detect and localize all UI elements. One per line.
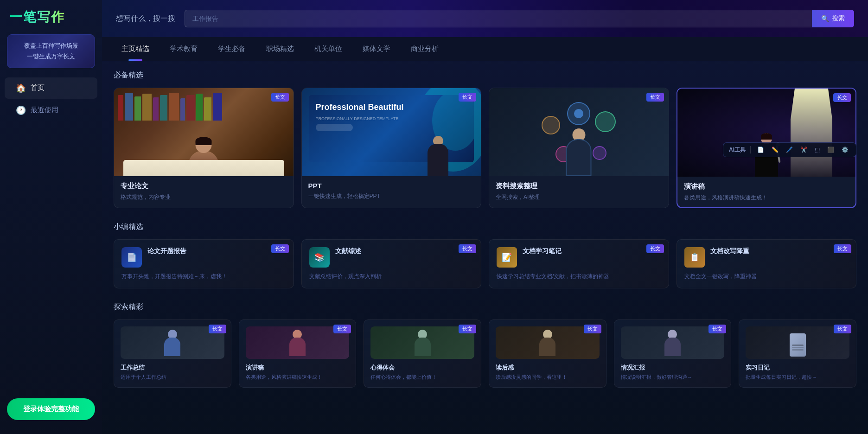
literature-title: 文献综述 (335, 247, 361, 255)
clock-icon: 🕐 (16, 105, 26, 115)
tab-media-label: 媒体文学 (363, 45, 390, 52)
sidebar-item-home[interactable]: 🏠 首页 (5, 77, 97, 99)
card-experience[interactable]: 长文 心得体会 任何心得体会，都能上价值！ (364, 319, 481, 388)
card-internship[interactable]: 长文 实习日记 批量生成每日实习日记，超快～ (739, 319, 856, 388)
ppt-body: PPT 一键快速生成，轻松搞定PPT (302, 176, 481, 206)
thesis-tag: 长文 (271, 93, 289, 102)
card-speech-image (677, 89, 856, 177)
sidebar: 一笔写作 覆盖上百种写作场景 一键生成万字长文 🏠 首页 🕐 最近使用 登录体验… (0, 0, 102, 434)
tab-gov[interactable]: 机关单位 (304, 37, 352, 61)
reading-desc: 读后感没灵感的同学，看这里！ (496, 374, 600, 381)
logo-text: 一笔写作 (9, 8, 65, 26)
explore-section-title: 探索精彩 (114, 302, 856, 312)
tab-media[interactable]: 媒体文学 (352, 37, 401, 61)
ai-tool-doc[interactable]: 📄 (755, 146, 766, 154)
report-tag: 长文 (708, 325, 726, 333)
research-desc: 全网搜索，AI整理 (496, 193, 662, 201)
sidebar-item-recent[interactable]: 🕐 最近使用 (5, 100, 97, 121)
card-ppt[interactable]: Professional Beautiful PROFESSIONALLY DE… (301, 88, 482, 208)
ai-tool-cut[interactable]: ✂️ (798, 146, 809, 154)
divider (750, 146, 751, 153)
literature-tag: 长文 (459, 244, 476, 253)
opening-report-tag: 长文 (271, 244, 289, 253)
ai-tool-settings[interactable]: ⚙️ (840, 146, 850, 154)
card-thesis[interactable]: 长文 专业论文 格式规范，内容专业 (114, 88, 294, 208)
tab-home-label: 主页精选 (121, 45, 149, 52)
tab-workplace[interactable]: 职场精选 (256, 37, 304, 61)
top-bar: 想写什么，搜一搜 🔍 搜索 (102, 0, 868, 37)
search-prompt: 想写什么，搜一搜 (116, 14, 175, 24)
literature-header: 📚 文献综述 (309, 247, 474, 268)
editor-grid: 长文 📄 论文开题报告 万事开头难，开题报告特别难～来，虐我！ 长文 📚 (114, 239, 856, 288)
ppt-tag: 长文 (459, 93, 476, 102)
ai-tool-pen[interactable]: 🖊️ (784, 146, 795, 154)
tab-academic-label: 学术教育 (170, 45, 198, 52)
ai-tools-label: AI工具 (729, 146, 746, 154)
search-input[interactable] (185, 10, 812, 27)
speech2-desc: 各类用途，风格演讲稿快速生成！ (246, 374, 350, 381)
experience-tag: 长文 (459, 325, 476, 333)
ai-tool-edit[interactable]: ✏️ (770, 146, 780, 154)
thesis-body: 专业论文 格式规范，内容专业 (114, 176, 294, 207)
tab-business-label: 商业分析 (411, 45, 439, 52)
tab-student-label: 学生必备 (218, 45, 246, 52)
study-notes-header: 📝 文档学习笔记 (497, 247, 661, 268)
card-speech2[interactable]: 长文 演讲稿 各类用途，风格演讲稿快速生成！ (239, 319, 357, 388)
sidebar-banner: 覆盖上百种写作场景 一键生成万字长文 (7, 34, 95, 68)
ai-tools-bar: AI工具 📄 ✏️ 🖊️ ✂️ ⬚ ⬛ ⚙️ (723, 142, 856, 157)
sidebar-item-recent-label: 最近使用 (31, 106, 58, 115)
rewrite-title: 文档改写降重 (710, 247, 749, 255)
study-notes-tag: 长文 (646, 244, 664, 253)
tab-home[interactable]: 主页精选 (111, 37, 160, 61)
card-reading[interactable]: 长文 读后感 读后感没灵感的同学，看这里！ (489, 319, 606, 388)
nav-tabs: 主页精选 学术教育 学生必备 职场精选 机关单位 媒体文学 商业分析 (102, 37, 868, 61)
editor-section-title: 小编精选 (114, 222, 856, 232)
speech-tag: 长文 (833, 93, 851, 102)
study-notes-desc: 快速学习总结专业文档/文献，把书读薄的神器 (497, 272, 661, 281)
card-thesis-image (114, 88, 294, 176)
speech2-title: 演讲稿 (246, 364, 350, 372)
banner-line1: 覆盖上百种写作场景 (14, 40, 88, 51)
speech-title: 演讲稿 (684, 182, 849, 191)
card-ppt-image: Professional Beautiful PROFESSIONALLY DE… (302, 88, 481, 176)
search-button[interactable]: 🔍 搜索 (812, 10, 854, 27)
speech2-tag: 长文 (333, 325, 351, 333)
report-desc: 情况说明汇报，做好管理沟通～ (621, 374, 725, 381)
banner-line2: 一键生成万字长文 (14, 51, 88, 62)
card-research[interactable]: 长文 资料搜索整理 全网搜索，AI整理 (489, 88, 669, 208)
clipboard-icon: 📋 (689, 252, 700, 262)
opening-report-icon: 📄 (121, 247, 142, 268)
reading-tag: 长文 (584, 325, 601, 333)
paper-icon: 📄 (127, 252, 137, 262)
card-literature[interactable]: 长文 📚 文献综述 文献总结评价，观点深入剖析 (301, 239, 482, 288)
work-summary-desc: 适用于个人工作总结 (121, 374, 224, 381)
card-rewrite[interactable]: 长文 📋 文档改写降重 文档全文一键改写，降重神器 (677, 239, 857, 288)
opening-report-header: 📄 论文开题报告 (121, 247, 286, 268)
card-study-notes[interactable]: 长文 📝 文档学习笔记 快速学习总结专业文档/文献，把书读薄的神器 (489, 239, 669, 288)
tab-business[interactable]: 商业分析 (401, 37, 449, 61)
sidebar-bottom: 登录体验完整功能 (0, 398, 102, 420)
study-notes-title: 文档学习笔记 (523, 247, 562, 255)
research-tag: 长文 (646, 93, 664, 102)
tab-gov-label: 机关单位 (314, 45, 342, 52)
opening-report-desc: 万事开头难，开题报告特别难～来，虐我！ (121, 272, 286, 281)
book-icon: 📚 (314, 252, 325, 262)
tab-workplace-label: 职场精选 (266, 45, 294, 52)
sidebar-item-home-label: 首页 (31, 83, 45, 92)
ai-tool-box[interactable]: ⬛ (825, 146, 836, 154)
card-report[interactable]: 长文 情况汇报 情况说明汇报，做好管理沟通～ (614, 319, 732, 388)
research-body: 资料搜索整理 全网搜索，AI整理 (489, 176, 669, 207)
explore-grid: 长文 工作总结 适用于个人工作总结 长文 (114, 319, 856, 388)
login-button[interactable]: 登录体验完整功能 (7, 398, 95, 420)
tab-academic[interactable]: 学术教育 (160, 37, 208, 61)
featured-section-title: 必备精选 (114, 70, 856, 80)
literature-icon: 📚 (309, 247, 330, 268)
opening-report-title: 论文开题报告 (147, 247, 186, 255)
work-summary-tag: 长文 (209, 325, 226, 333)
experience-desc: 任何心得体会，都能上价值！ (370, 374, 474, 381)
card-work-summary[interactable]: 长文 工作总结 适用于个人工作总结 (114, 319, 231, 388)
rewrite-desc: 文档全文一键改写，降重神器 (684, 272, 849, 281)
card-opening-report[interactable]: 长文 📄 论文开题报告 万事开头难，开题报告特别难～来，虐我！ (114, 239, 294, 288)
ai-tool-crop[interactable]: ⬚ (813, 146, 822, 154)
tab-student[interactable]: 学生必备 (208, 37, 256, 61)
